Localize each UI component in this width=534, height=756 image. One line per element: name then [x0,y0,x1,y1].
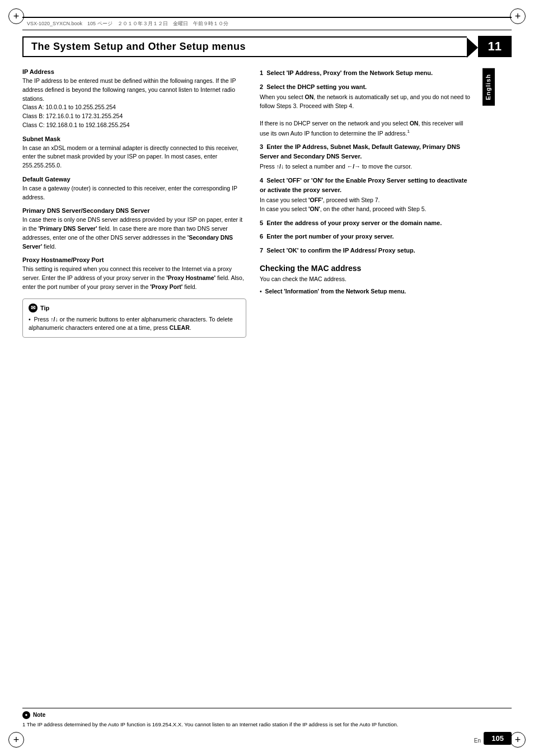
step-3: 3 Enter the IP Address, Subnet Mask, Def… [260,142,472,171]
left-column: IP Address The IP address to be entered … [22,68,246,338]
page-footer: ● Note 1 The IP address determined by th… [22,708,512,728]
language-tab: English [483,68,495,106]
step-7: 7 Select 'OK' to confirm the IP Address/… [260,246,472,255]
note-label: Note [33,712,45,718]
tip-icon: ✉ [29,304,38,312]
page-title: The System Setup and Other Setup menus [22,36,467,57]
section-proxy-body: This setting is required when you connec… [22,265,246,291]
step-1: 1 Select 'IP Address, Proxy' from the Ne… [260,68,472,78]
step-2-title: 2 Select the DHCP setting you want. [260,82,472,92]
corner-mark-bl [8,732,24,748]
right-column: English 1 Select 'IP Address, Proxy' fro… [260,68,472,338]
note-header: ● Note [22,711,512,719]
step-4-body: In case you select 'OFF', proceed with S… [260,196,472,214]
step-3-title: 3 Enter the IP Address, Subnet Mask, Def… [260,142,472,161]
step-5: 5 Enter the address of your proxy server… [260,218,472,228]
page-header: VSX-1020_SYXCN.book 105 ページ ２０１０年３月１２日 金… [22,17,512,30]
page-en: En [474,738,481,744]
step-7-title: 7 Select 'OK' to confirm the IP Address/… [260,246,472,255]
section-subnet-body: In case an xDSL modem or a terminal adap… [22,144,246,170]
step-6: 6 Enter the port number of your proxy se… [260,232,472,241]
corner-mark-tr [510,8,526,24]
page-number: 105 [484,732,512,745]
mac-bullet: • Select 'Information' from the Network … [260,287,472,296]
section-ip-address-body: The IP address to be entered must be def… [22,77,246,130]
tip-body: • Press ↑/↓ or the numeric buttons to en… [29,315,240,333]
step-6-title: 6 Enter the port number of your proxy se… [260,232,472,241]
main-content: IP Address The IP address to be entered … [22,68,512,338]
tip-header: ✉ Tip [29,304,240,312]
title-bar: The System Setup and Other Setup menus 1… [22,36,512,57]
section-gateway-body: In case a gateway (router) is connected … [22,184,246,202]
tip-box: ✉ Tip • Press ↑/↓ or the numeric buttons… [22,298,246,338]
section-gateway-title: Default Gateway [22,176,246,183]
step-2-body: When you select ON, the network is autom… [260,93,472,138]
corner-mark-br [510,732,526,748]
step-4: 4 Select 'OFF' or 'ON' for the Enable Pr… [260,176,472,214]
chapter-number: 11 [478,36,512,57]
note-icon: ● [22,711,30,719]
section-subnet-title: Subnet Mask [22,136,246,142]
section-ip-address-title: IP Address [22,68,246,75]
step-3-body: Press ↑/↓ to select a number and ←/→ to … [260,162,472,171]
mac-intro: You can check the MAC address. [260,275,472,284]
header-meta: VSX-1020_SYXCN.book 105 ページ ２０１０年３月１２日 金… [22,19,512,29]
mac-section-title: Checking the MAC address [260,264,472,273]
note-text: 1 The IP address determined by the Auto … [22,721,512,728]
corner-mark-tl [8,8,24,24]
step-2: 2 Select the DHCP setting you want. When… [260,82,472,138]
step-1-title: 1 Select 'IP Address, Proxy' from the Ne… [260,68,472,78]
step-5-title: 5 Enter the address of your proxy server… [260,218,472,228]
step-4-title: 4 Select 'OFF' or 'ON' for the Enable Pr… [260,176,472,194]
section-proxy-title: Proxy Hostname/Proxy Port [22,256,246,263]
section-dns-title: Primary DNS Server/Secondary DNS Server [22,207,246,214]
section-dns-body: In case there is only one DNS server add… [22,216,246,251]
